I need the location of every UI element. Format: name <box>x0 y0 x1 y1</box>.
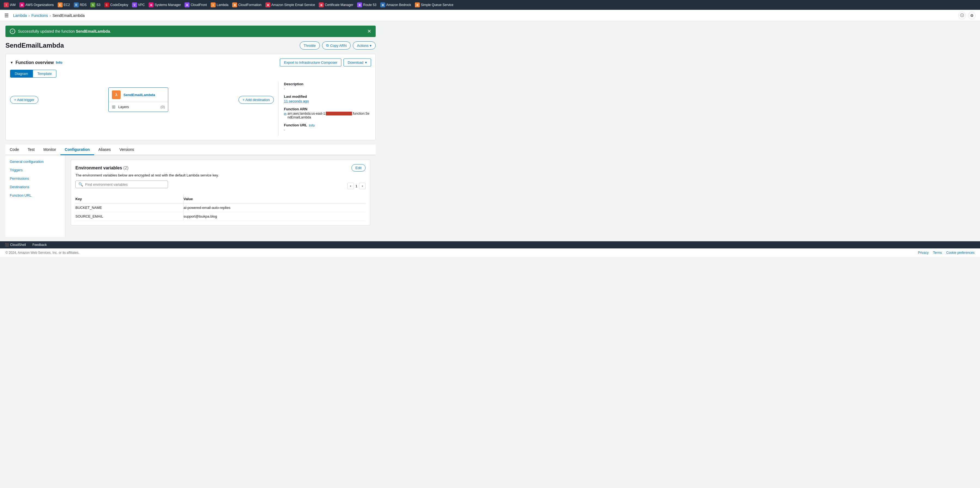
nav-cm[interactable]: ⊕ Certificate Manager <box>317 2 355 8</box>
add-destination-button[interactable]: + Add destination <box>239 96 274 104</box>
cloudshell-button[interactable]: ⬛ CloudShell <box>3 242 27 247</box>
arn-value: ⧉ arn:aws:lambda:us-east-1:XXXXXXXXXXXX:… <box>284 112 371 119</box>
layers-icon: ⊞ <box>112 104 115 110</box>
nav-iam[interactable]: I IAM <box>2 2 17 8</box>
nav-s3[interactable]: S S3 <box>89 2 102 8</box>
breadcrumb-lambda[interactable]: Lambda <box>13 13 27 18</box>
diagram-section: + Add trigger λ SendEmailLambda ⊞ Layers… <box>10 82 278 136</box>
info-button[interactable]: ⓘ <box>958 12 966 19</box>
ses-icon: ⊕ <box>266 2 270 7</box>
nav-codedeploy[interactable]: C CodeDeploy <box>103 2 130 8</box>
tab-aliases[interactable]: Aliases <box>94 145 115 155</box>
shell-bar: ⬛ CloudShell Feedback <box>0 241 980 248</box>
tab-test[interactable]: Test <box>23 145 39 155</box>
header-actions: Throttle ⧉ Copy ARN Actions ▾ <box>300 41 375 49</box>
download-button[interactable]: Download ▾ <box>344 59 371 67</box>
env-search-input[interactable] <box>85 182 165 187</box>
banner-close-button[interactable]: ✕ <box>367 28 371 34</box>
r53-icon: ⊕ <box>357 2 362 7</box>
footer-copyright: © 2024, Amazon Web Services, Inc. or its… <box>5 251 80 255</box>
footer-terms-link[interactable]: Terms <box>933 251 942 255</box>
footer-cookies-link[interactable]: Cookie preferences <box>946 251 975 255</box>
config-sidebar-function-url[interactable]: Function URL <box>5 191 65 199</box>
tab-configuration[interactable]: Configuration <box>60 145 94 155</box>
cloudshell-icon: ⬛ <box>5 243 9 247</box>
page-title: SendEmailLambda <box>5 41 64 49</box>
nav-org[interactable]: ⊕ AWS Organizations <box>18 2 55 8</box>
key-column-header: Key <box>75 195 183 203</box>
pagination: ‹ 1 › <box>347 183 366 189</box>
nav-cloudfront[interactable]: ⊕ CloudFront <box>183 2 208 8</box>
vpc-icon: V <box>132 2 137 7</box>
footer-privacy-link[interactable]: Privacy <box>918 251 929 255</box>
copy-arn-button[interactable]: ⧉ Copy ARN <box>322 41 351 49</box>
tab-monitor[interactable]: Monitor <box>39 145 60 155</box>
success-banner: ✓ Successfully updated the function Send… <box>5 26 375 37</box>
hamburger-menu[interactable]: ☰ <box>4 13 9 19</box>
nav-vpc[interactable]: V VPC <box>130 2 146 8</box>
nav-ec2[interactable]: E EC2 <box>56 2 72 8</box>
config-sidebar-permissions[interactable]: Permissions <box>5 174 65 183</box>
prev-page-button[interactable]: ‹ <box>347 183 354 189</box>
overview-body: + Add trigger λ SendEmailLambda ⊞ Layers… <box>10 82 371 136</box>
table-row: SOURCE_EMAIL support@tsukpa.blog <box>75 212 366 221</box>
page-header: SendEmailLambda Throttle ⧉ Copy ARN Acti… <box>5 41 375 49</box>
env-vars-card: Environment variables(2) Edit The enviro… <box>71 159 370 225</box>
nav-r53[interactable]: ⊕ Route 53 <box>356 2 378 8</box>
sub-navigation: ☰ Lambda › Functions › SendEmailLambda ⓘ… <box>0 10 980 21</box>
arn-copy-icon[interactable]: ⧉ <box>284 112 286 116</box>
function-arn-field: Function ARN ⧉ arn:aws:lambda:us-east-1:… <box>284 107 371 119</box>
breadcrumb-functions[interactable]: Functions <box>31 13 48 18</box>
config-sidebar: General configuration Triggers Permissio… <box>5 155 65 237</box>
nav-bedrock[interactable]: ⊕ Amazon Bedrock <box>379 2 413 8</box>
nav-lambda[interactable]: λ Lambda <box>209 2 230 8</box>
nav-sqs[interactable]: ⊕ Simple Queue Service <box>413 2 455 8</box>
last-modified-label: Last modified <box>284 94 371 99</box>
nav-cfn[interactable]: ⊕ CloudFormation <box>231 2 263 8</box>
next-page-button[interactable]: › <box>359 183 366 189</box>
tab-versions[interactable]: Versions <box>115 145 138 155</box>
env-vars-description: The environment variables below are encr… <box>75 173 366 177</box>
lambda-icon: λ <box>211 2 216 7</box>
breadcrumb-separator-2: › <box>49 13 51 18</box>
success-message: Successfully updated the function SendEm… <box>18 29 111 33</box>
feedback-button[interactable]: Feedback <box>31 242 48 247</box>
rds-icon: R <box>74 2 79 7</box>
nav-ses[interactable]: ⊕ Amazon Simple Email Service <box>264 2 317 8</box>
tab-code[interactable]: Code <box>5 145 23 155</box>
sm-icon: ⊕ <box>149 2 154 7</box>
overview-info-link[interactable]: Info <box>56 61 62 65</box>
s3-icon: S <box>91 2 95 7</box>
overview-actions: Export to Infrastructure Composer Downlo… <box>280 59 371 67</box>
nav-sm[interactable]: ⊕ Systems Manager <box>147 2 183 8</box>
throttle-button[interactable]: Throttle <box>300 41 320 49</box>
top-navigation: I IAM ⊕ AWS Organizations E EC2 R RDS S … <box>0 0 980 10</box>
settings-button[interactable]: ⚙ <box>968 12 976 19</box>
config-sidebar-general[interactable]: General configuration <box>5 158 65 166</box>
collapse-icon: ▼ <box>10 61 13 65</box>
function-arn-label: Function ARN <box>284 107 371 111</box>
export-composer-button[interactable]: Export to Infrastructure Composer <box>280 59 341 67</box>
config-sidebar-triggers[interactable]: Triggers <box>5 166 65 174</box>
config-sidebar-destinations[interactable]: Destinations <box>5 183 65 191</box>
success-check-icon: ✓ <box>10 29 15 34</box>
search-row: 🔍 ‹ 1 › <box>75 180 366 191</box>
diagram-center: λ SendEmailLambda ⊞ Layers (0) <box>38 88 239 112</box>
org-icon: ⊕ <box>19 2 24 7</box>
table-row: BUCKET_NAME ai-powered-email-auto-replie… <box>75 203 366 212</box>
env-vars-edit-button[interactable]: Edit <box>352 164 366 172</box>
add-trigger-button[interactable]: + Add trigger <box>10 96 38 104</box>
ec2-icon: E <box>58 2 63 7</box>
function-box-name: SendEmailLambda <box>123 93 155 97</box>
actions-button[interactable]: Actions ▾ <box>353 41 375 49</box>
description-field: Description - <box>284 82 371 91</box>
function-url-info-link[interactable]: Info <box>309 123 315 128</box>
template-tab[interactable]: Template <box>33 70 56 78</box>
nav-rds[interactable]: R RDS <box>72 2 88 8</box>
diagram-tab[interactable]: Diagram <box>10 70 33 78</box>
value-column-header: Value <box>183 195 366 203</box>
diagram-area: + Add trigger λ SendEmailLambda ⊞ Layers… <box>10 82 274 117</box>
sqs-icon: ⊕ <box>415 2 420 7</box>
function-box-header: λ SendEmailLambda <box>109 88 168 102</box>
layers-count: (0) <box>161 105 165 109</box>
